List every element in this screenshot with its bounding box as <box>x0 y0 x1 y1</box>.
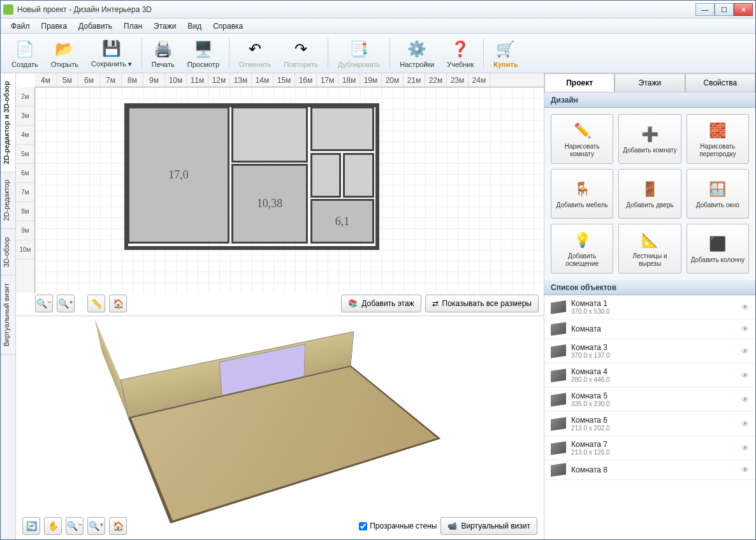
save-button[interactable]: 💾Сохранить ▾ <box>85 35 138 71</box>
zoom-in-3d-button[interactable]: 🔍⁺ <box>87 517 105 535</box>
object-item[interactable]: Комната 7213.0 x 126.0👁 <box>544 436 755 460</box>
show-dimensions-button[interactable]: ⇄Показывать все размеры <box>425 295 539 312</box>
separator <box>389 38 390 69</box>
object-item[interactable]: Комната👁 <box>544 319 755 339</box>
menu-План[interactable]: План <box>119 20 147 33</box>
view-3d[interactable]: 🔄 ✋ 🔍⁻ 🔍⁺ 🏠 Прозрачные стены 📹Виртуальны… <box>16 316 544 539</box>
transparent-walls-checkbox[interactable]: Прозрачные стены <box>359 522 437 530</box>
design-Лестницы-и-вырезы[interactable]: 📐Лестницы и вырезы <box>618 224 681 274</box>
objects-header: Список объектов <box>544 280 755 295</box>
design-icon: 💡 <box>572 230 592 251</box>
design-icon: 🚪 <box>639 179 660 200</box>
room-topright[interactable] <box>310 106 374 151</box>
design-Нарисовать-комнату[interactable]: ✏️Нарисовать комнату <box>551 114 613 164</box>
open-button[interactable]: 📂Открыть <box>45 36 84 71</box>
left-tab-strip: 2D-редактор и 3D-обзор2D-редактор3D-обзо… <box>1 73 16 539</box>
menu-Правка[interactable]: Правка <box>36 20 73 33</box>
room-large[interactable]: 17,0 <box>127 106 229 244</box>
view-3d-toolbar: 🔄 ✋ 🔍⁻ 🔍⁺ 🏠 Прозрачные стены 📹Виртуальны… <box>22 516 537 536</box>
room-small[interactable]: 6,1 <box>310 199 374 244</box>
visibility-icon[interactable]: 👁 <box>741 465 749 474</box>
design-icon: ✏️ <box>572 120 592 141</box>
design-Добавить-окно[interactable]: 🪟Добавить окно <box>687 169 749 219</box>
design-Нарисовать-перегородку[interactable]: 🧱Нарисовать перегородку <box>687 114 749 164</box>
object-item[interactable]: Комната 1370.0 x 530.0👁 <box>544 295 755 319</box>
design-Добавить-колонну[interactable]: ⬛Добавить колонну <box>687 224 749 274</box>
design-Добавить-дверь[interactable]: 🚪Добавить дверь <box>618 169 681 219</box>
visibility-icon[interactable]: 👁 <box>741 325 749 333</box>
room-small-top[interactable] <box>231 106 308 163</box>
design-icon: 🪑 <box>572 179 592 200</box>
rtab-Этажи[interactable]: Этажи <box>614 73 685 92</box>
visibility-icon[interactable]: 👁 <box>741 347 749 356</box>
transparent-walls-input[interactable] <box>359 522 367 530</box>
buy-button[interactable]: 🛒Купить <box>488 36 523 71</box>
save-label: Сохранить ▾ <box>91 60 132 68</box>
object-item[interactable]: Комната 6213.0 x 202.0👁 <box>544 412 755 436</box>
add-floor-button[interactable]: 📚Добавить этаж <box>341 295 421 312</box>
vtab-3[interactable]: Виртуальный визит <box>1 275 15 355</box>
object-item[interactable]: Комната 4280.0 x 446.0👁 <box>544 363 755 388</box>
redo-label: Повторить <box>284 61 318 68</box>
pan-button[interactable]: ✋ <box>44 517 62 535</box>
canvas-2d[interactable]: 17,0 10,38 6,1 <box>35 87 544 293</box>
zoom-out-button[interactable]: 🔍⁻ <box>35 295 53 312</box>
close-button[interactable]: ✕ <box>734 3 753 16</box>
home-3d-button[interactable]: 🏠 <box>109 517 127 535</box>
floorplan[interactable]: 17,0 10,38 6,1 <box>124 103 379 250</box>
rtab-Свойства[interactable]: Свойства <box>685 73 755 92</box>
design-icon: ⬛ <box>708 234 728 254</box>
vtab-2[interactable]: 3D-обзор <box>1 230 15 275</box>
print-icon: 🖨️ <box>153 39 173 59</box>
menu-Добавить[interactable]: Добавить <box>73 20 117 33</box>
object-item[interactable]: Комната 5335.0 x 230.0👁 <box>544 388 755 412</box>
visibility-icon[interactable]: 👁 <box>741 303 749 312</box>
room-medium[interactable]: 10,38 <box>231 164 308 244</box>
home-view-button[interactable]: 🏠 <box>109 295 127 312</box>
object-name: Комната 3 <box>571 343 736 352</box>
virtual-visit-button[interactable]: 📹Виртуальный визит <box>440 517 537 535</box>
maximize-button[interactable]: ☐ <box>715 3 734 16</box>
object-name: Комната 6 <box>571 416 736 425</box>
redo-button: ↷Повторить <box>278 36 324 71</box>
ruler-tick: 5м <box>57 73 78 87</box>
room-icon <box>551 369 566 382</box>
menu-Вид[interactable]: Вид <box>182 20 207 33</box>
menu-Этажи[interactable]: Этажи <box>149 20 181 33</box>
rotate-360-button[interactable]: 🔄 <box>22 517 40 535</box>
vtab-0[interactable]: 2D-редактор и 3D-обзор <box>1 73 15 172</box>
design-Добавить-освещение[interactable]: 💡Добавить освещение <box>551 224 613 274</box>
rtab-Проект[interactable]: Проект <box>544 73 614 92</box>
object-item[interactable]: Комната 8👁 <box>544 460 755 480</box>
menu-Справка[interactable]: Справка <box>208 20 248 33</box>
design-Добавить-мебель[interactable]: 🪑Добавить мебель <box>551 169 613 219</box>
zoom-out-3d-button[interactable]: 🔍⁻ <box>66 517 84 535</box>
zoom-in-button[interactable]: 🔍⁺ <box>57 295 75 312</box>
ruler-tick: 3м <box>16 106 34 126</box>
plan-2d-view[interactable]: 4м5м6м7м8м9м10м11м12м13м14м15м16м17м18м1… <box>16 73 544 316</box>
room-midright-a[interactable] <box>310 153 341 198</box>
visibility-icon[interactable]: 👁 <box>741 395 749 404</box>
app-icon <box>3 4 13 15</box>
settings-button[interactable]: ⚙️Настройки <box>394 36 440 71</box>
model-3d[interactable] <box>128 365 441 523</box>
preview-button[interactable]: 🖥️Просмотр <box>182 36 225 71</box>
print-button[interactable]: 🖨️Печать <box>146 36 180 71</box>
visibility-icon[interactable]: 👁 <box>741 420 749 428</box>
visibility-icon[interactable]: 👁 <box>741 444 749 453</box>
object-item[interactable]: Комната 3370.0 x 137.0👁 <box>544 339 755 363</box>
transparent-walls-label: Прозрачные стены <box>370 522 437 530</box>
vtab-1[interactable]: 2D-редактор <box>1 172 15 229</box>
room-midright-b[interactable] <box>343 153 374 198</box>
measure-button[interactable]: 📏 <box>87 295 105 312</box>
design-header: Дизайн <box>544 92 755 108</box>
help-button[interactable]: ❓Учебник <box>441 36 479 71</box>
undo-button: ↶Отменить <box>233 36 277 71</box>
ruler-tick: 8м <box>16 202 34 221</box>
design-Добавить-комнату[interactable]: ➕Добавить комнату <box>618 114 681 164</box>
create-button[interactable]: 📄Создать <box>6 36 44 71</box>
minimize-button[interactable]: — <box>695 3 715 16</box>
object-list[interactable]: Комната 1370.0 x 530.0👁Комната👁Комната 3… <box>544 295 755 539</box>
visibility-icon[interactable]: 👁 <box>741 371 749 380</box>
menu-Файл[interactable]: Файл <box>6 20 35 33</box>
